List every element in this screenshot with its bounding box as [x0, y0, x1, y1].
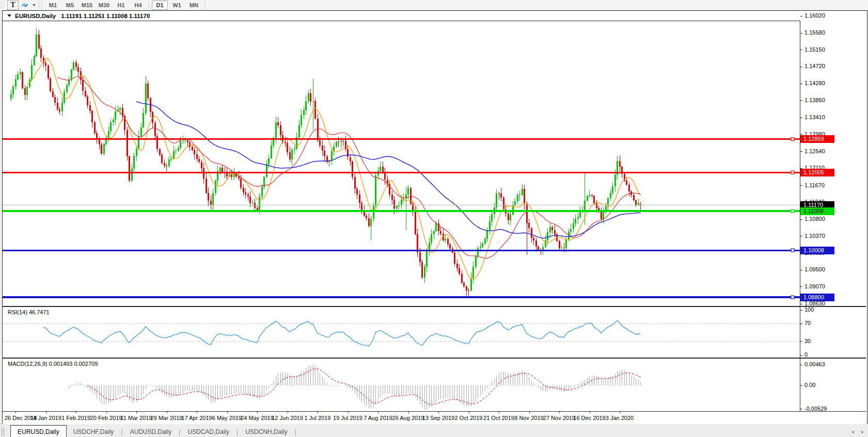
timeframe-button-w1[interactable]: W1: [169, 1, 185, 10]
macd-axis-label: -0.00529: [804, 406, 827, 412]
panel-divider[interactable]: [3, 358, 866, 359]
rsi-axis-label: 0: [804, 351, 808, 358]
price-axis[interactable]: 1.160201.155801.151501.147201.142801.138…: [800, 11, 866, 411]
date-tick-mark: [590, 412, 590, 413]
date-axis-label: 20 Feb 2019: [90, 415, 122, 421]
price-axis-label: 1.13410: [804, 114, 825, 120]
macd-label: MACD(12,26,9) 0.001493 0.002709: [8, 361, 98, 367]
tab-usdcnh-daily[interactable]: USDCNH,Daily: [239, 427, 294, 437]
timeframe-button-d1[interactable]: D1: [152, 1, 168, 10]
axis-tick-mark: [800, 323, 802, 324]
date-tick-mark: [620, 412, 620, 413]
price-axis-label: 1.15580: [804, 29, 825, 36]
date-axis-label: 11 Mar 2019: [121, 415, 152, 421]
date-axis-label: 21 Oct 2019: [483, 415, 514, 421]
axis-tick-mark: [800, 118, 802, 118]
toolbar-grip[interactable]: [1, 2, 4, 8]
price-axis-label: 1.09500: [804, 266, 825, 272]
macd-axis-label: 0.00: [804, 382, 815, 388]
horizontal-level-line[interactable]: [3, 138, 800, 140]
tab-scroll-left-icon[interactable]: ◂: [851, 429, 854, 434]
tab-scroll-right-icon[interactable]: ▸: [861, 429, 864, 434]
date-tick-mark: [76, 412, 76, 413]
timeframe-button-m1[interactable]: M1: [45, 1, 61, 10]
horizontal-level-line[interactable]: [3, 250, 800, 251]
rsi-panel[interactable]: [3, 307, 800, 358]
date-tick-mark: [46, 412, 46, 413]
date-axis-label: 26 Aug 2019: [392, 415, 424, 421]
price-level-badge: 1.10008: [800, 247, 834, 254]
panel-divider[interactable]: [3, 306, 866, 307]
date-axis-label: 3 Jan 2020: [606, 415, 634, 421]
toolbar-separator-grip: [39, 2, 42, 8]
date-tick-mark: [318, 412, 318, 413]
price-axis-label: 1.13850: [804, 97, 825, 103]
date-axis-label: 12 Jun 2019: [272, 415, 303, 421]
timeframe-button-h1[interactable]: H1: [113, 1, 129, 10]
date-tick-mark: [288, 412, 288, 413]
tab-eurusd-daily[interactable]: EURUSD,Daily: [10, 425, 67, 437]
date-tick-mark: [408, 412, 409, 413]
timeframe-button-m30[interactable]: M30: [96, 1, 112, 10]
chart-style-button[interactable]: [20, 1, 30, 9]
date-axis-label: 14 Jan 2019: [30, 415, 61, 421]
chart-window: EURUSD,Daily 1.11191 1.11251 1.11008 1.1…: [2, 10, 867, 425]
text-tool-button[interactable]: T: [7, 1, 19, 10]
tab-usdchf-daily[interactable]: USDCHF,Daily: [67, 427, 121, 437]
axis-tick-mark: [800, 100, 802, 101]
date-tick-mark: [15, 412, 16, 413]
collapse-triangle-icon[interactable]: [7, 14, 11, 17]
date-tick-mark: [227, 412, 228, 413]
chart-title-bar: EURUSD,Daily 1.11191 1.11251 1.11008 1.1…: [3, 11, 800, 21]
date-tick-mark: [136, 412, 137, 413]
horizontal-level-line[interactable]: [3, 296, 800, 298]
tab-separator: |: [294, 428, 296, 435]
timeframe-button-m5[interactable]: M5: [62, 1, 78, 10]
rsi-axis-label: 30: [804, 338, 811, 344]
rsi-axis-label: 100: [804, 306, 814, 313]
ma-8-line: [27, 59, 641, 280]
timeframe-button-m15[interactable]: M15: [79, 1, 95, 10]
axis-tick-mark: [800, 185, 802, 186]
horizontal-level-line[interactable]: [3, 205, 800, 205]
toolbar-separator: [149, 2, 149, 9]
date-tick-mark: [499, 412, 499, 413]
axis-tick-mark: [800, 385, 802, 386]
main-price-chart[interactable]: [3, 11, 800, 306]
ma-55-line: [136, 102, 641, 238]
chart-ohlc-values: 1.11191 1.11251 1.11008 1.11170: [61, 13, 150, 19]
axis-tick-mark: [800, 151, 802, 152]
price-axis-label: 1.15150: [804, 46, 825, 53]
macd-axis-label: 0.00463: [804, 361, 825, 367]
date-axis-label: 17 Apr 2019: [181, 415, 212, 421]
tab-usdcad-daily[interactable]: USDCAD,Daily: [181, 427, 236, 437]
price-axis-label: 1.11670: [804, 182, 825, 188]
date-tick-mark: [106, 412, 107, 413]
horizontal-level-line[interactable]: [3, 210, 800, 212]
date-axis-label: 19 Jul 2019: [333, 415, 362, 421]
price-axis-label: 1.14280: [804, 80, 825, 86]
dropdown-caret-icon[interactable]: [33, 4, 36, 6]
toolbar-separator: [204, 2, 205, 9]
axis-tick-mark: [800, 219, 802, 220]
tab-audusd-daily[interactable]: AUDUSD,Daily: [123, 427, 179, 437]
price-level-badge: 1.12005: [800, 169, 834, 176]
date-axis-label: 6 May 2019: [212, 415, 242, 421]
date-tick-mark: [378, 412, 378, 413]
price-axis-label: 1.12540: [804, 148, 825, 154]
date-axis-label: 13 Sep 2019: [422, 415, 454, 421]
timeframe-button-h4[interactable]: H4: [130, 1, 146, 10]
macd-panel[interactable]: [3, 359, 800, 411]
date-axis[interactable]: 26 Dec 201814 Jan 20191 Feb 201920 Feb 2…: [3, 411, 866, 424]
date-tick-mark: [529, 412, 530, 413]
timeframe-button-mn[interactable]: MN: [186, 1, 202, 10]
text-tool-label: T: [11, 2, 15, 9]
axis-tick-mark: [800, 16, 802, 17]
date-axis-label: 7 Aug 2019: [364, 415, 392, 421]
date-tick-mark: [348, 412, 349, 413]
date-tick-mark: [167, 412, 167, 413]
axis-tick-mark: [800, 50, 802, 50]
axis-tick-mark: [800, 304, 802, 304]
axis-tick-mark: [800, 341, 802, 342]
horizontal-level-line[interactable]: [3, 172, 800, 173]
